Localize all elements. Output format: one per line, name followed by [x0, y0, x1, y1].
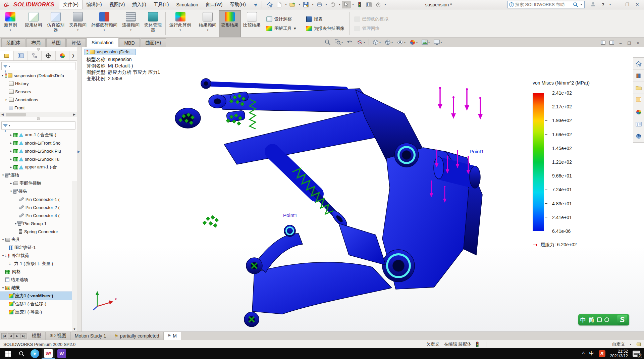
sogou-ime-icon[interactable]: S: [599, 350, 605, 357]
open-icon[interactable]: [288, 1, 297, 8]
tree-item-result-options[interactable]: 结果选项: [0, 276, 72, 284]
tab-mbd[interactable]: MBD: [119, 38, 140, 47]
tree-item-component-contact[interactable]: ▸零部件接触: [0, 179, 72, 187]
tree-filter[interactable]: ▾: [1, 62, 75, 70]
panel-splitter[interactable]: ▶: [77, 47, 82, 331]
design-library-icon[interactable]: [633, 70, 644, 82]
tree-item-part[interactable]: ▸arm-1 (-合金钢-): [0, 131, 72, 139]
tree-horizontal-scrollbar[interactable]: ◀ ▶: [0, 112, 77, 117]
tab-evaluate[interactable]: 评估: [66, 38, 86, 47]
ime-settings-icon[interactable]: [604, 317, 609, 322]
panel-splitter-handle[interactable]: [0, 47, 77, 51]
include-image-for-report-button[interactable]: 为报表包括图像: [305, 25, 346, 32]
tree-item-front-plane[interactable]: Front: [0, 104, 77, 112]
tab-3d-views[interactable]: 3D 视图: [46, 332, 71, 340]
ime-simplified-mode[interactable]: 简: [589, 316, 594, 324]
tree-item-part[interactable]: ▸upper arm-1 (-合: [0, 163, 72, 171]
tree-item-results[interactable]: ▾结果: [0, 284, 72, 292]
tree-item-history[interactable]: History: [0, 80, 77, 88]
tab-assembly[interactable]: 装配体: [1, 38, 25, 47]
tag-icon[interactable]: [636, 343, 641, 346]
search-icon[interactable]: [573, 2, 578, 7]
configurationmanager-tab-icon[interactable]: [28, 51, 42, 60]
pin-icon[interactable]: ➤: [250, 0, 261, 10]
traffic-light-icon[interactable]: [355, 1, 364, 8]
menu-simulation[interactable]: Simulation: [172, 1, 202, 9]
tree-item-part[interactable]: ▸shock-1/Shock Plu: [0, 147, 72, 155]
split-pane-left-icon[interactable]: [600, 41, 606, 46]
tab-study-m[interactable]: ⚑ M: [164, 332, 181, 340]
edge-browser-icon[interactable]: e: [28, 348, 42, 359]
view-settings-icon[interactable]: ▾: [433, 39, 443, 46]
scroll-left-icon[interactable]: ◀: [0, 113, 5, 116]
display-style-icon[interactable]: ▾: [384, 39, 394, 46]
print-caret[interactable]: ▾: [324, 3, 328, 6]
simulation-evaluator-button[interactable]: 仿真鉴别器: [45, 10, 67, 37]
resources-home-icon[interactable]: [633, 58, 644, 70]
forum-globe-icon[interactable]: [633, 130, 644, 142]
user-account-icon[interactable]: [589, 2, 598, 8]
tab-sketch[interactable]: 草图: [46, 38, 66, 47]
start-button[interactable]: [1, 348, 15, 359]
tray-lang-indicator[interactable]: 中: [589, 351, 594, 357]
tab-layout[interactable]: 布局: [26, 38, 46, 47]
menu-edit[interactable]: 编辑(E): [83, 0, 106, 9]
scroll-down-icon[interactable]: ▼: [72, 327, 77, 331]
zoom-to-area-icon[interactable]: ▾: [334, 39, 344, 46]
close-button[interactable]: ✕: [633, 1, 642, 8]
fixtures-advisor-button[interactable]: 夹具顾问 ▾: [67, 10, 89, 37]
status-traffic-light-icon[interactable]: [476, 342, 479, 347]
undo-icon[interactable]: [328, 1, 337, 8]
split-pane-right-icon[interactable]: [608, 41, 615, 46]
connections-advisor-button[interactable]: 连接顾问 ▾: [120, 10, 142, 37]
prev-tab-icon[interactable]: ◀: [8, 333, 14, 339]
hide-show-items-icon[interactable]: ▾: [396, 39, 407, 46]
tree-item-fixtures[interactable]: ▾夹具: [0, 236, 72, 244]
panel-tabs-overflow-icon[interactable]: ❯: [69, 53, 77, 58]
taskbar-clock[interactable]: 21:52 2021/3/12: [610, 349, 628, 358]
scroll-right-icon[interactable]: ▶: [72, 113, 77, 116]
tree-item-external-loads[interactable]: ▾外部载荷: [0, 252, 72, 260]
file-explorer-icon[interactable]: [633, 82, 644, 94]
notification-center-icon[interactable]: 2: [633, 351, 640, 357]
tree-item-annotations[interactable]: ▸ Annotations: [0, 96, 77, 104]
feature-statistics-icon[interactable]: [365, 1, 373, 8]
tree-item-displacement-plot[interactable]: 位移1 (-合位移-): [0, 300, 72, 308]
scroll-thumb[interactable]: [6, 113, 26, 116]
help-search[interactable]: ? ▾: [507, 1, 585, 8]
tree-item-pin-connector[interactable]: Pin Connector-4 (: [0, 211, 72, 219]
tree-item-sensors[interactable]: Sensors: [0, 88, 77, 96]
options-caret[interactable]: ▾: [383, 3, 387, 6]
ime-toolbar[interactable]: 中 简 S: [578, 314, 629, 325]
options-gear-icon[interactable]: [374, 1, 383, 8]
tab-motion-study[interactable]: Motion Study 1: [71, 332, 110, 340]
tree-item-pin-connector[interactable]: Pin Connector-1 (: [0, 195, 72, 203]
deformed-result-button[interactable]: 变形结果: [219, 10, 241, 37]
results-advisor-button[interactable]: 结果顾问 ▾: [197, 10, 219, 37]
select-tool-caret[interactable]: ▾: [351, 3, 355, 6]
wps-app-icon[interactable]: W: [55, 348, 68, 359]
tab-surfaces[interactable]: 曲面(E): [141, 38, 166, 47]
new-document-caret[interactable]: ▾: [284, 3, 287, 6]
plot-tools-button[interactable]: 图解工具 ▾: [265, 25, 298, 32]
shell-manager-button[interactable]: 壳体管理器: [142, 10, 164, 37]
tree-item-force[interactable]: 力-1 (:按条目: 变量:): [0, 260, 72, 268]
tree-item-part[interactable]: ▸shock-1/Shock Tu: [0, 155, 72, 163]
doc-close-icon[interactable]: ✕: [635, 41, 641, 46]
last-tab-icon[interactable]: ▶|: [20, 333, 26, 339]
previous-view-icon[interactable]: [346, 39, 354, 46]
tab-partially-completed-study[interactable]: ⚑ partially completed: [110, 332, 163, 340]
tree-item-mesh[interactable]: 网格: [0, 268, 72, 276]
menu-view[interactable]: 视图(V): [106, 0, 129, 9]
external-loads-advisor-button[interactable]: 外部载荷顾问 ▾: [89, 10, 120, 37]
search-caret[interactable]: ▾: [580, 3, 583, 6]
design-insight-button[interactable]: 设计洞察: [265, 15, 298, 23]
compare-results-button[interactable]: 比较结果: [241, 10, 263, 37]
new-document-icon[interactable]: [275, 1, 283, 8]
tray-collapse-icon[interactable]: ^: [582, 351, 585, 356]
menu-help[interactable]: 帮助(H): [226, 0, 249, 9]
tree-item-strain-plot[interactable]: 应变1 (-等量-): [0, 308, 72, 316]
flyout-tree-root[interactable]: suspension (Defa...: [85, 49, 136, 55]
dimxpert-tab-icon[interactable]: [42, 51, 55, 60]
menu-window[interactable]: 窗口(W): [202, 0, 226, 9]
